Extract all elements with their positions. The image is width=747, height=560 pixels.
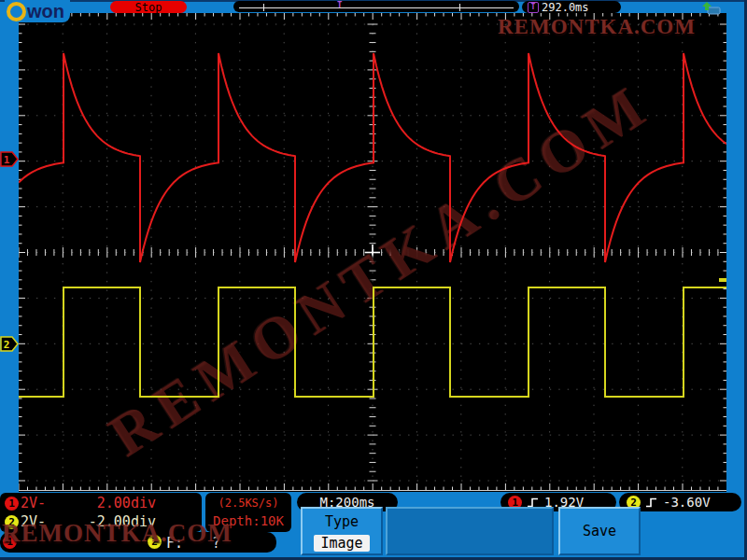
save-button[interactable]: Save [558, 507, 641, 555]
horizontal-position-bar[interactable]: T [233, 1, 519, 12]
graticule-grid [19, 13, 726, 492]
watermark-diagonal: REMONTKA.COM [64, 48, 698, 492]
record-depth: Depth:10K [213, 513, 284, 528]
freq-ch1-badge: 1 [3, 535, 17, 549]
rising-edge-icon [645, 497, 658, 509]
window-bracket-right [459, 4, 460, 11]
ch1-info-row: 1 2V- 2.00div [0, 495, 202, 512]
ch1-volts-per-div: 2V- [21, 495, 46, 511]
ch2-position-value: -2.00div [89, 513, 156, 530]
run-status-badge: Stop [110, 1, 187, 13]
waveform-display: REMONTKA.COM [19, 13, 726, 492]
trigger-t-icon: T [528, 2, 539, 13]
type-menu-title: Type [325, 513, 359, 530]
type-menu-selected-value[interactable]: Image [314, 535, 369, 552]
freq-ch2-badge: 2 [148, 535, 162, 549]
ch2-marker-number: 2 [4, 339, 10, 351]
channel-info-panel: 1 2V- 2.00div 2 2V- -2.00div [0, 493, 202, 532]
type-menu-button[interactable]: Type Image [301, 507, 383, 555]
owon-logo: won [5, 0, 70, 22]
frequency-counter-bar: 1 2 F: ? [0, 532, 276, 553]
owon-logo-text: won [27, 1, 64, 22]
ch2-badge: 2 [5, 515, 19, 529]
frequency-label: F: [166, 535, 183, 552]
frequency-value: ? [212, 535, 220, 552]
waveform-traces [19, 13, 726, 492]
ch1-position-value: 2.00div [97, 495, 156, 511]
ch1-badge: 1 [5, 497, 19, 511]
oscilloscope-screen: won Stop T T 292.0ms REMONTKA.COM 1 2 [0, 0, 747, 560]
trigger-time-value: 292.0ms [542, 2, 589, 13]
sample-rate: (2.5KS/s) [218, 497, 278, 510]
ch1-marker-number: 1 [4, 154, 10, 166]
position-bar-line [239, 7, 514, 8]
owon-logo-ring-icon [7, 2, 26, 21]
ch2-volts-per-div: 2V- [21, 513, 46, 530]
ch2-position-marker[interactable]: 2 [0, 336, 19, 352]
ch2-trigger-level: -3.60V [663, 495, 711, 510]
empty-menu-button[interactable] [386, 507, 554, 555]
ch2-info-row: 2 2V- -2.00div [0, 513, 202, 531]
trigger-time-readout: T 292.0ms [522, 1, 621, 13]
usb-device-icon [701, 1, 722, 19]
ch1-position-marker[interactable]: 1 [0, 151, 19, 167]
window-bracket-left [263, 4, 264, 11]
acquisition-panel: (2.5KS/s) Depth:10K [205, 493, 291, 532]
trigger-position-marker: T [337, 0, 342, 9]
save-button-label: Save [583, 523, 616, 539]
